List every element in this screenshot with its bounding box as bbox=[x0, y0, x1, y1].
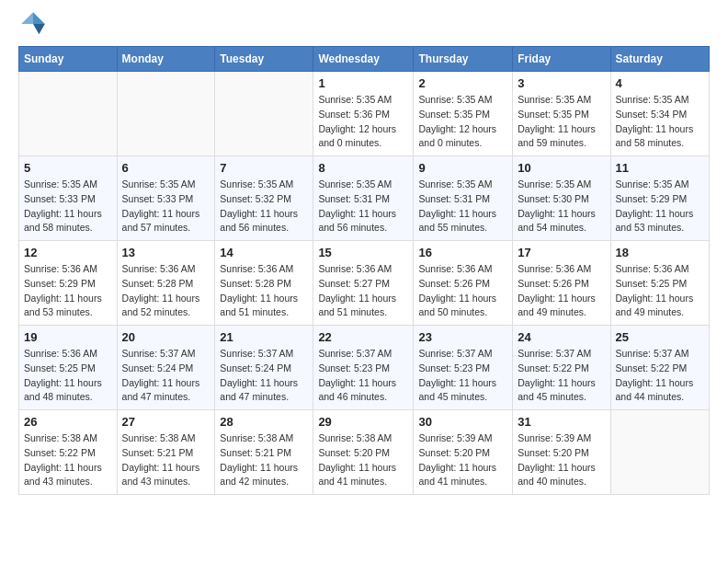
week-row-5: 26Sunrise: 5:38 AMSunset: 5:22 PMDayligh… bbox=[19, 410, 710, 495]
logo bbox=[18, 9, 51, 39]
svg-marker-1 bbox=[21, 12, 33, 24]
header-cell-saturday: Saturday bbox=[610, 47, 710, 72]
day-cell: 17Sunrise: 5:36 AMSunset: 5:26 PMDayligh… bbox=[513, 241, 610, 326]
day-detail: Sunrise: 5:37 AMSunset: 5:23 PMDaylight:… bbox=[418, 347, 507, 405]
day-detail: Sunrise: 5:39 AMSunset: 5:20 PMDaylight:… bbox=[518, 431, 605, 489]
day-number: 24 bbox=[518, 330, 605, 344]
day-detail: Sunrise: 5:35 AMSunset: 5:31 PMDaylight:… bbox=[418, 178, 507, 236]
day-cell: 22Sunrise: 5:37 AMSunset: 5:23 PMDayligh… bbox=[313, 326, 414, 410]
logo-icon bbox=[18, 9, 48, 39]
day-number: 28 bbox=[220, 415, 308, 429]
day-detail: Sunrise: 5:38 AMSunset: 5:22 PMDaylight:… bbox=[24, 431, 112, 489]
day-cell: 15Sunrise: 5:36 AMSunset: 5:27 PMDayligh… bbox=[313, 241, 414, 326]
day-cell: 12Sunrise: 5:36 AMSunset: 5:29 PMDayligh… bbox=[19, 241, 118, 326]
day-detail: Sunrise: 5:35 AMSunset: 5:35 PMDaylight:… bbox=[418, 93, 507, 151]
day-detail: Sunrise: 5:38 AMSunset: 5:20 PMDaylight:… bbox=[318, 431, 408, 489]
day-number: 5 bbox=[24, 161, 112, 175]
day-number: 8 bbox=[318, 161, 408, 175]
day-detail: Sunrise: 5:35 AMSunset: 5:33 PMDaylight:… bbox=[122, 178, 210, 236]
day-detail: Sunrise: 5:35 AMSunset: 5:35 PMDaylight:… bbox=[518, 93, 605, 151]
day-detail: Sunrise: 5:36 AMSunset: 5:26 PMDaylight:… bbox=[418, 262, 507, 320]
day-cell bbox=[610, 410, 710, 495]
day-number: 29 bbox=[318, 415, 408, 429]
day-detail: Sunrise: 5:38 AMSunset: 5:21 PMDaylight:… bbox=[220, 431, 308, 489]
day-cell bbox=[215, 72, 313, 156]
day-number: 12 bbox=[24, 246, 112, 259]
day-number: 3 bbox=[518, 76, 605, 90]
day-detail: Sunrise: 5:36 AMSunset: 5:25 PMDaylight:… bbox=[24, 347, 112, 405]
day-detail: Sunrise: 5:36 AMSunset: 5:29 PMDaylight:… bbox=[24, 262, 112, 320]
day-cell: 11Sunrise: 5:35 AMSunset: 5:29 PMDayligh… bbox=[610, 156, 710, 241]
day-cell: 5Sunrise: 5:35 AMSunset: 5:33 PMDaylight… bbox=[19, 156, 118, 241]
day-number: 20 bbox=[122, 330, 210, 344]
day-cell: 2Sunrise: 5:35 AMSunset: 5:35 PMDaylight… bbox=[414, 72, 513, 156]
day-detail: Sunrise: 5:38 AMSunset: 5:21 PMDaylight:… bbox=[122, 431, 210, 489]
day-number: 27 bbox=[122, 415, 210, 429]
day-number: 2 bbox=[418, 76, 507, 90]
day-number: 18 bbox=[616, 246, 705, 259]
week-row-2: 5Sunrise: 5:35 AMSunset: 5:33 PMDaylight… bbox=[19, 156, 710, 241]
day-detail: Sunrise: 5:35 AMSunset: 5:29 PMDaylight:… bbox=[616, 178, 705, 236]
header-cell-monday: Monday bbox=[117, 47, 215, 72]
day-cell: 30Sunrise: 5:39 AMSunset: 5:20 PMDayligh… bbox=[414, 410, 513, 495]
day-detail: Sunrise: 5:35 AMSunset: 5:32 PMDaylight:… bbox=[220, 178, 308, 236]
day-cell: 4Sunrise: 5:35 AMSunset: 5:34 PMDaylight… bbox=[610, 72, 710, 156]
day-number: 10 bbox=[518, 161, 605, 175]
day-cell: 8Sunrise: 5:35 AMSunset: 5:31 PMDaylight… bbox=[313, 156, 414, 241]
day-number: 26 bbox=[24, 415, 112, 429]
day-number: 17 bbox=[518, 246, 605, 259]
day-cell: 1Sunrise: 5:35 AMSunset: 5:36 PMDaylight… bbox=[313, 72, 414, 156]
day-cell: 21Sunrise: 5:37 AMSunset: 5:24 PMDayligh… bbox=[215, 326, 313, 410]
day-cell: 19Sunrise: 5:36 AMSunset: 5:25 PMDayligh… bbox=[19, 326, 118, 410]
day-cell: 3Sunrise: 5:35 AMSunset: 5:35 PMDaylight… bbox=[513, 72, 610, 156]
day-number: 1 bbox=[318, 76, 408, 90]
day-detail: Sunrise: 5:36 AMSunset: 5:28 PMDaylight:… bbox=[122, 262, 210, 320]
day-number: 21 bbox=[220, 330, 308, 344]
day-number: 23 bbox=[418, 330, 507, 344]
day-detail: Sunrise: 5:39 AMSunset: 5:20 PMDaylight:… bbox=[418, 431, 507, 489]
day-detail: Sunrise: 5:35 AMSunset: 5:30 PMDaylight:… bbox=[518, 178, 605, 236]
day-detail: Sunrise: 5:35 AMSunset: 5:33 PMDaylight:… bbox=[24, 178, 112, 236]
header-cell-friday: Friday bbox=[513, 47, 610, 72]
day-cell: 27Sunrise: 5:38 AMSunset: 5:21 PMDayligh… bbox=[117, 410, 215, 495]
day-number: 9 bbox=[418, 161, 507, 175]
svg-marker-0 bbox=[33, 12, 45, 24]
calendar-table: SundayMondayTuesdayWednesdayThursdayFrid… bbox=[18, 46, 710, 495]
week-row-3: 12Sunrise: 5:36 AMSunset: 5:29 PMDayligh… bbox=[19, 241, 710, 326]
day-number: 22 bbox=[318, 330, 408, 344]
page-header bbox=[18, 9, 710, 39]
day-cell: 23Sunrise: 5:37 AMSunset: 5:23 PMDayligh… bbox=[414, 326, 513, 410]
day-detail: Sunrise: 5:36 AMSunset: 5:26 PMDaylight:… bbox=[518, 262, 605, 320]
header-row: SundayMondayTuesdayWednesdayThursdayFrid… bbox=[19, 47, 710, 72]
day-cell: 13Sunrise: 5:36 AMSunset: 5:28 PMDayligh… bbox=[117, 241, 215, 326]
day-number: 11 bbox=[616, 161, 705, 175]
day-number: 7 bbox=[220, 161, 308, 175]
day-detail: Sunrise: 5:37 AMSunset: 5:22 PMDaylight:… bbox=[616, 347, 705, 405]
week-row-4: 19Sunrise: 5:36 AMSunset: 5:25 PMDayligh… bbox=[19, 326, 710, 410]
day-detail: Sunrise: 5:37 AMSunset: 5:22 PMDaylight:… bbox=[518, 347, 605, 405]
day-cell: 24Sunrise: 5:37 AMSunset: 5:22 PMDayligh… bbox=[513, 326, 610, 410]
day-cell: 29Sunrise: 5:38 AMSunset: 5:20 PMDayligh… bbox=[313, 410, 414, 495]
day-cell: 20Sunrise: 5:37 AMSunset: 5:24 PMDayligh… bbox=[117, 326, 215, 410]
day-detail: Sunrise: 5:36 AMSunset: 5:27 PMDaylight:… bbox=[318, 262, 408, 320]
day-number: 6 bbox=[122, 161, 210, 175]
day-cell: 26Sunrise: 5:38 AMSunset: 5:22 PMDayligh… bbox=[19, 410, 118, 495]
day-number: 14 bbox=[220, 246, 308, 259]
day-number: 31 bbox=[518, 415, 605, 429]
day-cell: 7Sunrise: 5:35 AMSunset: 5:32 PMDaylight… bbox=[215, 156, 313, 241]
header-cell-sunday: Sunday bbox=[19, 47, 118, 72]
day-detail: Sunrise: 5:36 AMSunset: 5:25 PMDaylight:… bbox=[616, 262, 705, 320]
day-cell: 14Sunrise: 5:36 AMSunset: 5:28 PMDayligh… bbox=[215, 241, 313, 326]
day-detail: Sunrise: 5:35 AMSunset: 5:36 PMDaylight:… bbox=[318, 93, 408, 151]
day-number: 4 bbox=[616, 76, 705, 90]
day-detail: Sunrise: 5:36 AMSunset: 5:28 PMDaylight:… bbox=[220, 262, 308, 320]
calendar-header: SundayMondayTuesdayWednesdayThursdayFrid… bbox=[19, 47, 710, 72]
calendar-body: 1Sunrise: 5:35 AMSunset: 5:36 PMDaylight… bbox=[19, 72, 710, 495]
header-cell-thursday: Thursday bbox=[414, 47, 513, 72]
day-detail: Sunrise: 5:37 AMSunset: 5:23 PMDaylight:… bbox=[318, 347, 408, 405]
day-cell bbox=[19, 72, 118, 156]
day-cell bbox=[117, 72, 215, 156]
header-cell-tuesday: Tuesday bbox=[215, 47, 313, 72]
day-number: 13 bbox=[122, 246, 210, 259]
day-cell: 16Sunrise: 5:36 AMSunset: 5:26 PMDayligh… bbox=[414, 241, 513, 326]
